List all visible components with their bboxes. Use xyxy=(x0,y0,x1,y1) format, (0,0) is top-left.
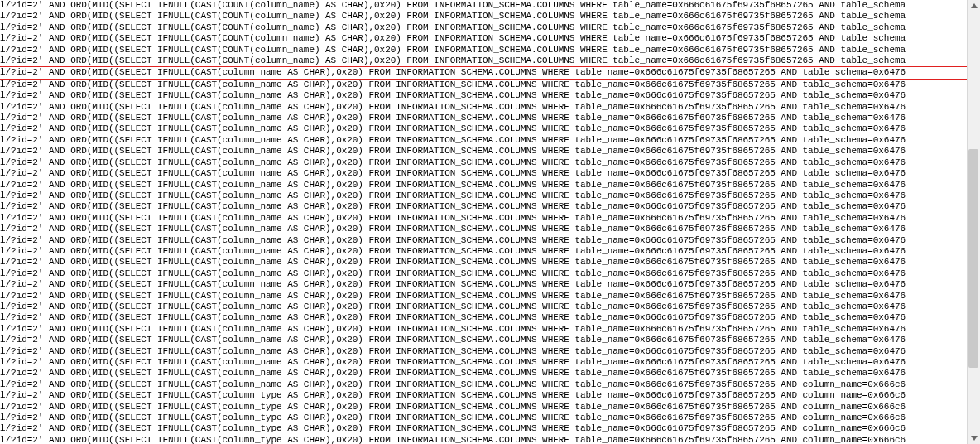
log-line: l/?id=2' AND ORD(MID((SELECT IFNULL(CAST… xyxy=(0,180,967,191)
log-line: l/?id=2' AND ORD(MID((SELECT IFNULL(CAST… xyxy=(0,302,967,312)
log-line: l/?id=2' AND ORD(MID((SELECT IFNULL(CAST… xyxy=(0,201,967,212)
scrollbar-thumb[interactable] xyxy=(968,149,978,368)
log-line: l/?id=2' AND ORD(MID((SELECT IFNULL(CAST… xyxy=(0,435,967,444)
log-viewport: l/?id=2' AND ORD(MID((SELECT IFNULL(CAST… xyxy=(0,0,967,444)
log-line: l/?id=2' AND ORD(MID((SELECT IFNULL(CAST… xyxy=(0,102,967,113)
log-line: l/?id=2' AND ORD(MID((SELECT IFNULL(CAST… xyxy=(0,291,967,302)
log-line: l/?id=2' AND ORD(MID((SELECT IFNULL(CAST… xyxy=(0,33,967,44)
log-line: l/?id=2' AND ORD(MID((SELECT IFNULL(CAST… xyxy=(0,312,967,323)
log-line: l/?id=2' AND ORD(MID((SELECT IFNULL(CAST… xyxy=(0,357,967,368)
log-line: l/?id=2' AND ORD(MID((SELECT IFNULL(CAST… xyxy=(0,413,967,423)
log-line: l/?id=2' AND ORD(MID((SELECT IFNULL(CAST… xyxy=(0,379,967,390)
log-line: l/?id=2' AND ORD(MID((SELECT IFNULL(CAST… xyxy=(0,246,967,257)
log-line: l/?id=2' AND ORD(MID((SELECT IFNULL(CAST… xyxy=(0,0,967,11)
vertical-scrollbar[interactable] xyxy=(967,0,980,444)
scroll-down-icon[interactable] xyxy=(970,434,978,442)
log-line: l/?id=2' AND ORD(MID((SELECT IFNULL(CAST… xyxy=(0,157,967,168)
log-line: l/?id=2' AND ORD(MID((SELECT IFNULL(CAST… xyxy=(0,191,967,201)
log-line: l/?id=2' AND ORD(MID((SELECT IFNULL(CAST… xyxy=(0,224,967,234)
log-line: l/?id=2' AND ORD(MID((SELECT IFNULL(CAST… xyxy=(0,213,967,224)
log-line: l/?id=2' AND ORD(MID((SELECT IFNULL(CAST… xyxy=(0,113,967,123)
log-line: l/?id=2' AND ORD(MID((SELECT IFNULL(CAST… xyxy=(0,45,967,56)
log-line: l/?id=2' AND ORD(MID((SELECT IFNULL(CAST… xyxy=(0,390,967,401)
log-line-highlighted: l/?id=2' AND ORD(MID((SELECT IFNULL(CAST… xyxy=(0,66,967,79)
log-line: l/?id=2' AND ORD(MID((SELECT IFNULL(CAST… xyxy=(0,257,967,268)
log-line: l/?id=2' AND ORD(MID((SELECT IFNULL(CAST… xyxy=(0,90,967,101)
scroll-up-icon[interactable] xyxy=(970,2,978,10)
log-line: l/?id=2' AND ORD(MID((SELECT IFNULL(CAST… xyxy=(0,123,967,134)
log-line: l/?id=2' AND ORD(MID((SELECT IFNULL(CAST… xyxy=(0,268,967,279)
log-line: l/?id=2' AND ORD(MID((SELECT IFNULL(CAST… xyxy=(0,56,967,66)
log-line: l/?id=2' AND ORD(MID((SELECT IFNULL(CAST… xyxy=(0,22,967,33)
log-line: l/?id=2' AND ORD(MID((SELECT IFNULL(CAST… xyxy=(0,346,967,357)
log-line: l/?id=2' AND ORD(MID((SELECT IFNULL(CAST… xyxy=(0,146,967,157)
log-line: l/?id=2' AND ORD(MID((SELECT IFNULL(CAST… xyxy=(0,279,967,290)
log-line: l/?id=2' AND ORD(MID((SELECT IFNULL(CAST… xyxy=(0,402,967,413)
log-line: l/?id=2' AND ORD(MID((SELECT IFNULL(CAST… xyxy=(0,423,967,434)
log-line: l/?id=2' AND ORD(MID((SELECT IFNULL(CAST… xyxy=(0,11,967,22)
log-line: l/?id=2' AND ORD(MID((SELECT IFNULL(CAST… xyxy=(0,80,967,90)
log-line: l/?id=2' AND ORD(MID((SELECT IFNULL(CAST… xyxy=(0,324,967,335)
log-line: l/?id=2' AND ORD(MID((SELECT IFNULL(CAST… xyxy=(0,168,967,179)
log-line: l/?id=2' AND ORD(MID((SELECT IFNULL(CAST… xyxy=(0,235,967,246)
log-line: l/?id=2' AND ORD(MID((SELECT IFNULL(CAST… xyxy=(0,368,967,379)
log-line: l/?id=2' AND ORD(MID((SELECT IFNULL(CAST… xyxy=(0,135,967,146)
log-line: l/?id=2' AND ORD(MID((SELECT IFNULL(CAST… xyxy=(0,335,967,345)
